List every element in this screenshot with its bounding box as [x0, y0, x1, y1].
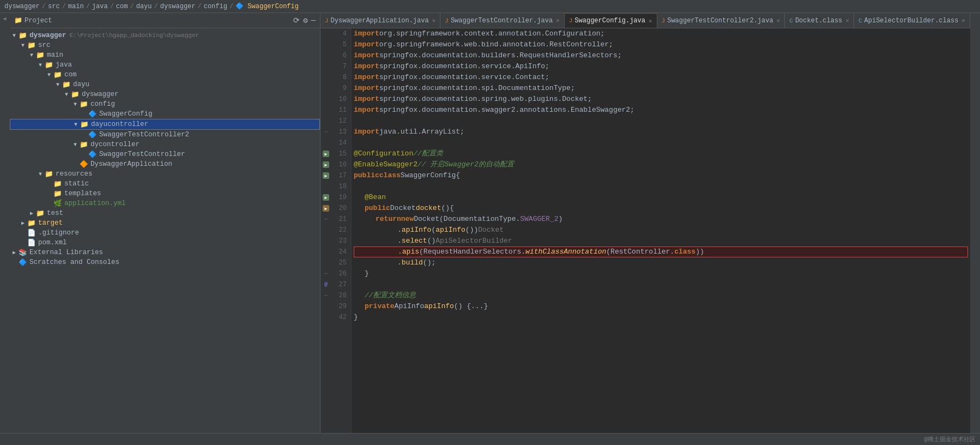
- tree-label: dyswagger: [29, 32, 66, 39]
- folder-icon: 📁: [45, 61, 53, 69]
- tree-item-target[interactable]: ▶ 📁 target: [10, 218, 320, 228]
- tree-arrow: ▼: [62, 92, 71, 98]
- breadcrumb-item[interactable]: dyswagger: [160, 3, 196, 10]
- java-class-icon: 🔷: [88, 130, 97, 139]
- tree-item-external-libs[interactable]: ▶ 📚 External Libraries: [10, 248, 320, 257]
- tree-item-swaggerconfig[interactable]: 🔷 SwaggerConfig: [10, 109, 320, 119]
- tab-icon: J: [662, 17, 666, 24]
- panel-toggle[interactable]: ▶: [1, 15, 9, 23]
- tree-label: SwaggerConfig: [99, 110, 153, 118]
- tree-item-resources[interactable]: ▼ 📁 resources: [10, 169, 320, 179]
- tree-item-dyswaggerapplication[interactable]: 🔶 DyswaggerApplication: [10, 159, 320, 169]
- sync-icon[interactable]: ⟳: [293, 17, 300, 25]
- tree-label: java: [56, 61, 72, 69]
- code-line-14: [354, 137, 968, 148]
- tree-item-src[interactable]: ▼ 📁 src: [10, 40, 320, 50]
- code-line-8: import springfox.documentation.service.C…: [354, 72, 968, 83]
- java-app-icon: 🔶: [80, 160, 88, 169]
- code-line-21: return new Docket(DocumentationType.SWAG…: [354, 214, 968, 225]
- tree-label: main: [47, 51, 63, 59]
- tabs-bar[interactable]: J DyswaggerApplication.java ✕ J SwaggerT…: [320, 13, 970, 28]
- tree-item-gitignore[interactable]: 📄 .gitignore: [10, 228, 320, 238]
- tree-item-dayu[interactable]: ▼ 📁 dayu: [10, 80, 320, 89]
- folder-icon: 📁: [53, 189, 62, 198]
- folder-icon: 📁: [53, 70, 62, 79]
- code-line-5: import org.springframework.web.bind.anno…: [354, 39, 968, 50]
- tree-label: External Libraries: [29, 249, 103, 256]
- code-line-42: }: [354, 312, 968, 323]
- tab-swaggertestcontroller2[interactable]: J SwaggerTestController2.java ✕: [657, 13, 785, 28]
- tab-icon: J: [445, 17, 449, 24]
- yaml-icon: 🌿: [53, 199, 62, 208]
- tab-swaggerconfig[interactable]: J SwaggerConfig.java ✕: [565, 13, 657, 28]
- tree-item-main[interactable]: ▼ 📁 main: [10, 50, 320, 60]
- code-editor[interactable]: ─ ▶ ▶ ▶ ▶▶ ─ ─ @─: [320, 28, 970, 433]
- code-line-16: @EnableSwagger2// 开启Swagger2的自动配置: [354, 159, 968, 170]
- tab-close[interactable]: ✕: [961, 17, 965, 24]
- tab-close[interactable]: ✕: [432, 17, 436, 24]
- tree-item-java[interactable]: ▼ 📁 java: [10, 60, 320, 70]
- code-line-18: [354, 181, 968, 192]
- line-numbers: 4 5 6 7 8 9 10 11 12 13 14 15 16 17: [331, 28, 351, 323]
- tree-item-application-yml[interactable]: 🌿 application.yml: [10, 199, 320, 208]
- code-line-19: @Bean: [354, 192, 968, 203]
- tab-close[interactable]: ✕: [649, 17, 652, 25]
- tree-item-pom-xml[interactable]: 📄 pom.xml: [10, 238, 320, 248]
- breadcrumb-item[interactable]: com: [116, 3, 128, 10]
- tree-label: src: [38, 41, 51, 49]
- tree-item-dyswagger-root[interactable]: ▼ 📁 dyswagger E:\Project\hgapp_dadocking…: [10, 31, 320, 40]
- code-line-20: public Docket docket(){: [354, 203, 968, 214]
- tree-item-static[interactable]: 📁 static: [10, 179, 320, 189]
- tab-swaggertestcontroller[interactable]: J SwaggerTestController.java ✕: [440, 13, 564, 28]
- tree-label: com: [64, 71, 77, 79]
- breadcrumb: dyswagger / src / main / java / com / da…: [0, 0, 980, 13]
- tree-label: pom.xml: [38, 239, 67, 246]
- breadcrumb-item[interactable]: config: [204, 3, 227, 10]
- tree-item-swaggertestcontroller[interactable]: 🔷 SwaggerTestController: [10, 149, 320, 159]
- folder-icon: 📁: [36, 209, 45, 218]
- tab-icon: C: [858, 17, 862, 24]
- code-line-17: public class SwaggerConfig {: [354, 170, 968, 181]
- right-panel: [970, 13, 980, 433]
- breadcrumb-item[interactable]: dayu: [136, 3, 152, 10]
- tree-label: .gitignore: [38, 229, 79, 237]
- tab-close[interactable]: ✕: [845, 17, 849, 24]
- code-line-6: import springfox.documentation.builders.…: [354, 50, 968, 61]
- tab-close[interactable]: ✕: [556, 17, 560, 24]
- tree-item-config[interactable]: ▼ 📁 config: [10, 99, 320, 109]
- tab-label: SwaggerTestController.java: [451, 17, 553, 25]
- tree-item-swaggertestcontroller2[interactable]: 🔷 SwaggerTestController2: [10, 130, 320, 140]
- tree-label: resources: [56, 170, 93, 178]
- tab-label: DyswaggerApplication.java: [331, 17, 429, 25]
- git-icon: 📄: [27, 228, 36, 237]
- breadcrumb-item[interactable]: src: [48, 3, 60, 10]
- tab-apiselectorbuilder[interactable]: C ApiSelectorBuilder.class ✕: [854, 13, 970, 28]
- sidebar-actions[interactable]: ⟳ ⚙ ─: [293, 17, 316, 25]
- code-line-12: [354, 116, 968, 127]
- folder-icon: 📁: [53, 179, 62, 188]
- breadcrumb-item[interactable]: java: [92, 3, 108, 10]
- project-tree[interactable]: ▼ 📁 dyswagger E:\Project\hgapp_dadocking…: [10, 28, 320, 433]
- tree-item-dyswagger-pkg[interactable]: ▼ 📁 dyswagger: [10, 89, 320, 99]
- code-line-28: //配置文档信息: [354, 290, 968, 301]
- code-line-7: import springfox.documentation.service.A…: [354, 61, 968, 72]
- folder-icon: 📁: [19, 31, 27, 40]
- tree-item-scratches[interactable]: 🔷 Scratches and Consoles: [10, 257, 320, 267]
- tab-dyswaggerapplication[interactable]: J DyswaggerApplication.java ✕: [320, 13, 440, 28]
- tab-close[interactable]: ✕: [777, 17, 781, 24]
- tab-icon: J: [325, 17, 329, 24]
- collapse-icon[interactable]: ─: [311, 17, 316, 25]
- tree-item-dayucontroller[interactable]: ▼ 📁 dayucontroller: [10, 119, 320, 130]
- code-line-26: }: [354, 268, 968, 279]
- settings-icon[interactable]: ⚙: [303, 17, 307, 25]
- tree-item-test[interactable]: ▶ 📁 test: [10, 208, 320, 218]
- folder-icon: 📁: [80, 140, 88, 149]
- breadcrumb-item[interactable]: main: [68, 3, 84, 10]
- breadcrumb-item[interactable]: dyswagger: [4, 3, 40, 10]
- tree-item-templates[interactable]: 📁 templates: [10, 189, 320, 199]
- code-content[interactable]: import org.springframework.context.annot…: [352, 28, 970, 433]
- tree-item-com[interactable]: ▼ 📁 com: [10, 70, 320, 80]
- tab-docket[interactable]: C Docket.class ✕: [785, 13, 854, 28]
- tree-item-dycontroller[interactable]: ▼ 📁 dycontroller: [10, 140, 320, 149]
- editor-container: J DyswaggerApplication.java ✕ J SwaggerT…: [320, 13, 970, 433]
